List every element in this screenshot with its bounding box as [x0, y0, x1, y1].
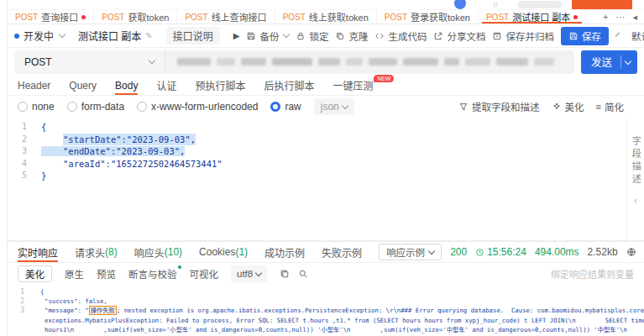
lock-icon	[296, 31, 306, 41]
tab-label: Header	[18, 80, 50, 92]
code-line: {	[40, 287, 644, 297]
default-env-selector[interactable]: 默认环境	[631, 29, 644, 43]
globe-icon[interactable]	[626, 246, 636, 258]
send-options-chevron-icon[interactable]	[625, 57, 631, 64]
tab-query[interactable]: Query	[69, 76, 97, 95]
tab-header[interactable]: Header	[18, 76, 50, 95]
tab-online-query[interactable]: POST 线上查询接口	[177, 10, 275, 24]
redacted-url-segment	[403, 58, 438, 66]
radio-selected-icon	[270, 102, 280, 112]
view-raw[interactable]: 原生	[65, 267, 84, 281]
url-input[interactable]	[165, 50, 574, 74]
tab-count: (1)	[235, 246, 248, 258]
tab-get-token[interactable]: POST 获取token	[94, 10, 177, 24]
extract-fields-button[interactable]: 提取字段和描述	[458, 100, 540, 113]
share-doc-button[interactable]: 分享文档	[433, 29, 485, 43]
format-select[interactable]: json	[314, 98, 354, 115]
environment-selector[interactable]: 开发中	[14, 29, 65, 43]
radio-form-data[interactable]: form-data	[67, 101, 124, 113]
generate-code-button[interactable]: 生成代码	[374, 29, 427, 43]
response-example-button[interactable]: 响应示例	[379, 244, 442, 260]
tab-label: 失败示例	[322, 245, 362, 260]
collapse-icon[interactable]: ◂	[632, 13, 637, 22]
codegen-label: 生成代码	[388, 29, 427, 43]
tab-cookies[interactable]: Cookies (1)	[199, 242, 248, 262]
view-label: 可视化	[190, 270, 219, 280]
request-body-editor[interactable]: 1 2 3 4 5 { "startDate":"2023-09-03", "e…	[8, 118, 644, 240]
radio-none[interactable]: none	[18, 101, 55, 113]
user-avatar[interactable]	[454, 0, 466, 9]
send-button[interactable]: 发送	[581, 50, 637, 74]
tab-request-headers[interactable]: 请求头 (8)	[75, 242, 118, 262]
tab-auth[interactable]: 认证	[156, 76, 176, 95]
save-options-chevron-icon[interactable]	[615, 33, 620, 37]
field-description-panel[interactable]: 字段描述 ‹	[626, 118, 644, 240]
view-label: 断言与校验	[128, 270, 177, 280]
tab-pre-script[interactable]: 预执行脚本	[195, 76, 245, 95]
save-archive-button[interactable]: 保存并归档	[492, 29, 554, 43]
view-assertions[interactable]: 断言与校验	[128, 267, 177, 281]
tab-body[interactable]: Body	[115, 76, 138, 95]
view-visualize[interactable]: 可视化	[190, 267, 219, 281]
backup-button[interactable]: 备份	[246, 29, 289, 43]
upgrade-button[interactable]	[572, 0, 632, 10]
view-label: 预览	[97, 270, 116, 280]
tab-label: Query	[69, 80, 97, 92]
tab-login-token[interactable]: POST 登录获取token	[377, 10, 479, 24]
more-tabs-icon[interactable]: ⋯	[615, 13, 625, 22]
lock-button[interactable]: 锁定	[296, 29, 328, 43]
expand-panel-icon[interactable]: ‹	[635, 192, 637, 209]
radio-raw[interactable]: raw	[270, 101, 301, 113]
top-search-pill[interactable]	[518, 1, 562, 8]
tab-response-headers[interactable]: 响应头 (10)	[134, 242, 182, 262]
size-value: 2.52kb	[588, 246, 618, 258]
send-label: 发送	[581, 54, 620, 70]
edit-pencil-icon[interactable]: ✎	[145, 31, 152, 40]
view-label: 原生	[65, 270, 84, 280]
redacted-url-segment	[496, 58, 528, 66]
code-lines: { "success": false, "message": "操作失败; ne…	[29, 287, 644, 336]
tab-live-response[interactable]: 实时响应	[18, 242, 58, 262]
new-badge: NEW	[374, 75, 394, 82]
response-body-editor[interactable]: 1 2 3 { "success": false, "message": "操作…	[8, 285, 644, 336]
tab-label: Cookies	[199, 246, 235, 258]
tab-count: (8)	[105, 246, 118, 258]
view-preview[interactable]: 预览	[97, 267, 116, 281]
api-client-panel: ⠿ POST 查询接口 POST 获取token POST 线上查询接口 POS…	[7, 0, 644, 336]
run-icon[interactable]: ▶	[233, 31, 240, 40]
copy-icon[interactable]	[280, 269, 290, 279]
save-icon	[568, 31, 579, 41]
beautify-button[interactable]: 美化	[552, 100, 584, 113]
api-title: 测试接口 副本 ✎	[78, 29, 153, 43]
clone-icon	[335, 31, 345, 41]
view-beautify[interactable]: 美化	[18, 265, 52, 282]
tab-post-script[interactable]: 后执行脚本	[264, 76, 314, 95]
encoding-select[interactable]: utf8	[231, 265, 267, 282]
tab-test-api-copy[interactable]: POST 测试接口 副本	[479, 10, 586, 24]
backup-label: 备份	[259, 29, 279, 43]
archive-icon	[492, 31, 502, 41]
code-line: hours1\n ,sum(if(veh_size='小型车' and is_d…	[40, 325, 644, 334]
add-tab-icon[interactable]: +	[603, 13, 608, 22]
api-doc-button[interactable]: 接口说明	[166, 27, 220, 45]
save-button[interactable]: 保存	[561, 27, 609, 45]
request-url-row: POST 发送	[8, 48, 644, 76]
simplify-button[interactable]: ≡ 简化	[596, 100, 624, 113]
method-value: POST	[24, 56, 52, 68]
view-label: 美化	[25, 267, 45, 281]
tab-load-test[interactable]: 一键压测 NEW	[332, 76, 373, 95]
tab-query-api[interactable]: POST 查询接口	[8, 10, 94, 24]
tab-success-example[interactable]: 成功示例	[264, 242, 305, 262]
tab-online-token[interactable]: POST 线上获取token	[275, 10, 377, 24]
tab-method: POST	[283, 13, 306, 22]
radio-urlencoded[interactable]: x-www-form-urlencoded	[137, 101, 258, 113]
code-line: "areaId":"1652272502464573441"	[41, 158, 644, 171]
search-icon[interactable]	[298, 269, 308, 279]
clone-button[interactable]: 克隆	[335, 29, 368, 43]
tab-fail-example[interactable]: 失败示例	[322, 242, 362, 262]
tabbar-actions: + ⋯ ◂	[596, 10, 644, 24]
clone-label: 克隆	[348, 29, 368, 43]
method-select[interactable]: POST	[14, 50, 165, 74]
env-label: 开发中	[24, 29, 54, 43]
apps-grid-icon[interactable]: ⠿	[493, 2, 501, 8]
